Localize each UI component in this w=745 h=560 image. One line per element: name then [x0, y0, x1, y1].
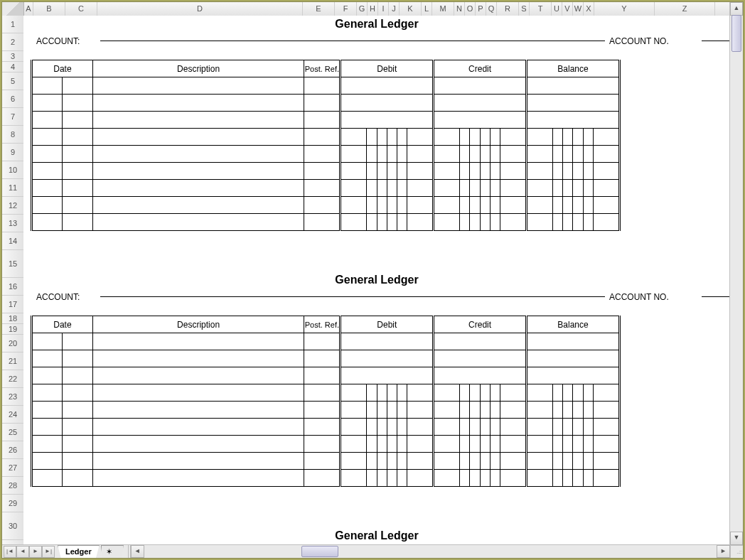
prev-sheet-button[interactable]: ◄ [16, 546, 29, 558]
row-header-5[interactable]: 5 [2, 72, 23, 90]
col-balance: Balance [527, 316, 620, 333]
column-header-E[interactable]: E [303, 2, 335, 16]
row-header-11[interactable]: 11 [2, 179, 23, 197]
column-header-Z[interactable]: Z [655, 2, 715, 16]
select-all-corner[interactable] [2, 2, 24, 16]
column-header-P[interactable]: P [476, 2, 486, 16]
col-date: Date [32, 60, 93, 77]
scroll-up-button[interactable]: ▲ [730, 2, 743, 16]
sheet-tab-ledger[interactable]: Ledger [58, 545, 100, 558]
col-balance: Balance [527, 60, 620, 77]
horizontal-scroll-thumb[interactable] [301, 546, 338, 557]
row-header-20[interactable]: 20 [2, 335, 23, 352]
row-header-29[interactable]: 29 [2, 495, 23, 512]
account-label: ACCOUNT: [23, 36, 100, 46]
row-header-28[interactable]: 28 [2, 477, 23, 495]
column-header-row: ABCDEFGHIJKLMNOPQRSTUVWXYZ [2, 2, 743, 16]
column-header-L[interactable]: L [422, 2, 432, 16]
row-header-21[interactable]: 21 [2, 352, 23, 370]
column-header-K[interactable]: K [400, 2, 422, 16]
row-header-2[interactable]: 2 [2, 33, 23, 51]
spreadsheet-window: ABCDEFGHIJKLMNOPQRSTUVWXYZ 1234567891011… [1, 1, 744, 559]
account-field-line[interactable] [100, 41, 605, 41]
scroll-right-button[interactable]: ► [717, 545, 730, 558]
col-credit: Credit [434, 316, 527, 333]
sheet-tab-bar: |◄ ◄ ► ►| Ledger ✶ ◄ ► [2, 544, 730, 558]
column-header-W[interactable]: W [573, 2, 584, 16]
row-header-30[interactable]: 30 [2, 512, 23, 540]
row-header-13[interactable]: 13 [2, 215, 23, 232]
col-date: Date [32, 316, 93, 333]
column-header-O[interactable]: O [465, 2, 476, 16]
ledger-title: General Ledger [23, 16, 730, 33]
row-header-4[interactable]: 4 [2, 62, 23, 72]
vertical-scroll-thumb[interactable] [731, 15, 741, 52]
col-postref: Post. Ref. [304, 60, 341, 77]
column-header-Y[interactable]: Y [594, 2, 655, 16]
column-header-T[interactable]: T [530, 2, 552, 16]
row-header-17[interactable]: 17 [2, 296, 23, 313]
row-header-25[interactable]: 25 [2, 424, 23, 441]
column-header-H[interactable]: H [368, 2, 378, 16]
column-header-F[interactable]: F [335, 2, 357, 16]
row-header-14[interactable]: 14 [2, 232, 23, 250]
column-header-A[interactable]: A [24, 2, 33, 16]
new-sheet-tab[interactable]: ✶ [101, 545, 124, 558]
row-header-24[interactable]: 24 [2, 406, 23, 424]
ledger-table: Date Description Post. Ref. Debit Credit… [31, 316, 621, 487]
account-no-label: ACCOUNT NO. [609, 292, 702, 302]
row-header-15[interactable]: 15 [2, 250, 23, 278]
column-header-D[interactable]: D [97, 2, 303, 16]
row-header-6[interactable]: 6 [2, 90, 23, 108]
column-header-B[interactable]: B [33, 2, 65, 16]
column-header-V[interactable]: V [562, 2, 573, 16]
row-header-18[interactable]: 18 [2, 313, 23, 324]
row-header-3[interactable]: 3 [2, 51, 23, 62]
vertical-scrollbar[interactable]: ▲ ▼ [729, 2, 743, 545]
row-header-7[interactable]: 7 [2, 108, 23, 126]
ledger-title: General Ledger [23, 527, 730, 544]
column-header-C[interactable]: C [65, 2, 97, 16]
first-sheet-button[interactable]: |◄ [4, 546, 16, 558]
row-header-9[interactable]: 9 [2, 144, 23, 161]
row-header-19[interactable]: 19 [2, 324, 23, 335]
column-header-N[interactable]: N [454, 2, 465, 16]
account-no-field-line[interactable] [702, 41, 730, 41]
next-sheet-button[interactable]: ► [29, 546, 42, 558]
row-header-16[interactable]: 16 [2, 278, 23, 296]
horizontal-scrollbar[interactable]: ◄ ► [128, 545, 730, 558]
account-no-field-line[interactable] [702, 296, 730, 297]
account-no-label: ACCOUNT NO. [609, 36, 702, 46]
ledger-title: General Ledger [23, 271, 730, 289]
column-header-R[interactable]: R [497, 2, 519, 16]
sheet-nav-buttons: |◄ ◄ ► ►| [2, 545, 56, 558]
ledger-table: Date Description Post. Ref. Debit Credit… [31, 60, 621, 231]
row-header-1[interactable]: 1 [2, 16, 23, 33]
cell-grid[interactable]: General Ledger ACCOUNT: ACCOUNT NO. Date… [23, 16, 730, 545]
column-header-S[interactable]: S [519, 2, 530, 16]
col-debit: Debit [341, 316, 434, 333]
row-header-26[interactable]: 26 [2, 441, 23, 459]
column-header-Q[interactable]: Q [486, 2, 497, 16]
row-header-12[interactable]: 12 [2, 197, 23, 215]
col-postref: Post. Ref. [304, 316, 341, 333]
column-header-G[interactable]: G [357, 2, 368, 16]
scroll-down-button[interactable]: ▼ [730, 532, 743, 545]
column-header-U[interactable]: U [552, 2, 562, 16]
row-header-8[interactable]: 8 [2, 126, 23, 144]
column-header-M[interactable]: M [432, 2, 454, 16]
row-header-10[interactable]: 10 [2, 161, 23, 179]
last-sheet-button[interactable]: ►| [42, 546, 55, 558]
col-description: Description [92, 60, 304, 77]
column-header-J[interactable]: J [389, 2, 400, 16]
col-credit: Credit [434, 60, 527, 77]
row-header-27[interactable]: 27 [2, 459, 23, 477]
column-header-X[interactable]: X [584, 2, 594, 16]
row-header-column: 1234567891011121314151617181920212223242… [2, 16, 24, 545]
row-header-22[interactable]: 22 [2, 370, 23, 388]
resize-grip[interactable]: ..:: [730, 545, 743, 558]
account-field-line[interactable] [100, 296, 605, 297]
scroll-left-button[interactable]: ◄ [131, 545, 144, 558]
column-header-I[interactable]: I [378, 2, 389, 16]
row-header-23[interactable]: 23 [2, 388, 23, 406]
